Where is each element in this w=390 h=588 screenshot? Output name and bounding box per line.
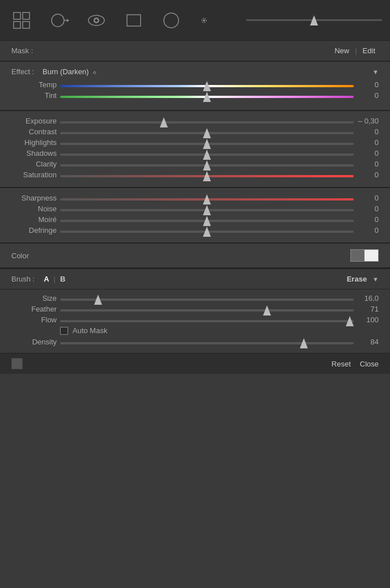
- effect-collapse-button[interactable]: ▼: [372, 69, 379, 75]
- moire-value: 0: [357, 215, 379, 224]
- shadows-value: 0: [357, 149, 379, 157]
- effect-dropdown-arrow: ⬦: [92, 67, 97, 76]
- svg-point-9: [95, 19, 98, 22]
- moire-slider-track[interactable]: [60, 215, 354, 224]
- brush-feather-row: Feather 71: [11, 305, 379, 313]
- effect-dropdown[interactable]: Burn (Darken) ⬦: [43, 67, 97, 76]
- brush-grid-tool[interactable]: [8, 7, 35, 34]
- contrast-slider-row: Contrast 0: [11, 127, 379, 136]
- brush-label: Brush :: [11, 275, 35, 283]
- exposure-label: Exposure: [11, 117, 57, 125]
- svg-rect-3: [23, 22, 29, 28]
- eye-tool[interactable]: [83, 7, 110, 34]
- new-button[interactable]: New: [331, 45, 353, 56]
- color-label: Color: [11, 252, 57, 260]
- temp-value: 0: [357, 80, 379, 89]
- detail-sliders-section: Sharpness 0 Noise 0 Moiré 0 Defringe: [0, 188, 390, 243]
- color-section: Color: [0, 244, 390, 268]
- clarity-slider-track[interactable]: [60, 160, 354, 168]
- bottom-icon[interactable]: [11, 358, 23, 369]
- luminance-range-input[interactable]: [246, 19, 382, 21]
- sharpness-value: 0: [357, 194, 379, 202]
- exposure-range-input[interactable]: [60, 121, 354, 123]
- bottom-actions: Reset Close: [332, 360, 379, 368]
- saturation-range-input[interactable]: [60, 175, 354, 177]
- tint-range-input[interactable]: [60, 96, 354, 98]
- color-swatch[interactable]: [350, 249, 379, 262]
- brush-feather-track[interactable]: [60, 305, 354, 313]
- highlights-value: 0: [357, 138, 379, 147]
- exposure-slider-row: Exposure – 0,30: [11, 117, 379, 125]
- radial-tool[interactable]: [45, 7, 73, 34]
- brush-size-track[interactable]: [60, 294, 354, 302]
- saturation-value: 0: [357, 171, 379, 179]
- svg-point-13: [203, 19, 205, 22]
- luminance-slider-tool[interactable]: [195, 7, 222, 34]
- brush-density-label: Density: [11, 338, 57, 346]
- moire-label: Moiré: [11, 215, 57, 224]
- circle-tool[interactable]: [158, 7, 185, 34]
- toolbar-luminance-slider[interactable]: [246, 19, 382, 21]
- contrast-range-input[interactable]: [60, 132, 354, 134]
- exposure-slider-track[interactable]: [60, 117, 354, 125]
- noise-value: 0: [357, 204, 379, 213]
- reset-button[interactable]: Reset: [332, 360, 351, 368]
- brush-flow-value: 100: [357, 316, 379, 324]
- contrast-slider-track[interactable]: [60, 127, 354, 136]
- saturation-slider-row: Saturation 0: [11, 171, 379, 179]
- moire-range-input[interactable]: [60, 220, 354, 222]
- temp-slider-track[interactable]: [60, 80, 354, 89]
- clarity-slider-row: Clarity 0: [11, 160, 379, 168]
- shadows-slider-track[interactable]: [60, 149, 354, 157]
- mask-actions: New | Edit: [331, 45, 379, 56]
- svg-point-11: [164, 13, 179, 28]
- shadows-range-input[interactable]: [60, 154, 354, 156]
- brush-size-input[interactable]: [60, 299, 354, 301]
- highlights-slider-track[interactable]: [60, 138, 354, 147]
- contrast-label: Contrast: [11, 127, 57, 136]
- sharpness-slider-track[interactable]: [60, 194, 354, 202]
- brush-feather-input[interactable]: [60, 309, 354, 312]
- mask-label: Mask :: [11, 46, 33, 55]
- defringe-value: 0: [357, 226, 379, 235]
- highlights-range-input[interactable]: [60, 143, 354, 145]
- saturation-label: Saturation: [11, 171, 57, 179]
- saturation-slider-track[interactable]: [60, 171, 354, 179]
- brush-flow-row: Flow 100: [11, 316, 379, 324]
- defringe-slider-track[interactable]: [60, 226, 354, 235]
- temp-range-input[interactable]: [60, 85, 354, 87]
- auto-mask-checkbox[interactable]: [60, 327, 68, 335]
- brush-b-button[interactable]: B: [57, 274, 69, 284]
- brush-erase-button[interactable]: Erase: [347, 275, 367, 283]
- brush-size-value: 16,0: [357, 294, 379, 302]
- noise-range-input[interactable]: [60, 209, 354, 211]
- noise-slider-track[interactable]: [60, 204, 354, 213]
- brush-density-track[interactable]: [60, 338, 354, 346]
- defringe-label: Defringe: [11, 226, 57, 235]
- noise-slider-row: Noise 0: [11, 204, 379, 213]
- close-button[interactable]: Close: [360, 360, 379, 368]
- color-swatch-container[interactable]: [350, 249, 379, 262]
- brush-sliders-area: Size 16,0 Feather 71 Flow 100: [0, 289, 390, 353]
- brush-feather-value: 71: [357, 305, 379, 313]
- brush-section: Brush : A | B Erase ▼ Size 16,0 Feather: [0, 269, 390, 353]
- svg-rect-2: [14, 22, 20, 28]
- defringe-range-input[interactable]: [60, 231, 354, 233]
- brush-flow-track[interactable]: [60, 316, 354, 324]
- brush-flow-input[interactable]: [60, 320, 354, 322]
- rect-tool[interactable]: [120, 7, 147, 34]
- clarity-value: 0: [357, 160, 379, 168]
- tone-sliders-section: Exposure – 0,30 Contrast 0 Highlights 0 …: [0, 111, 390, 188]
- brush-collapse-button[interactable]: ▼: [372, 276, 379, 283]
- noise-label: Noise: [11, 204, 57, 213]
- bottom-bar: Reset Close: [0, 353, 390, 374]
- svg-marker-6: [67, 19, 69, 22]
- brush-density-input[interactable]: [60, 342, 354, 344]
- clarity-range-input[interactable]: [60, 164, 354, 167]
- brush-header: Brush : A | B Erase ▼: [0, 269, 390, 289]
- brush-a-button[interactable]: A: [40, 274, 52, 284]
- sharpness-range-input[interactable]: [60, 198, 354, 201]
- tint-slider-track[interactable]: [60, 91, 354, 100]
- edit-button[interactable]: Edit: [359, 45, 379, 56]
- moire-slider-row: Moiré 0: [11, 215, 379, 224]
